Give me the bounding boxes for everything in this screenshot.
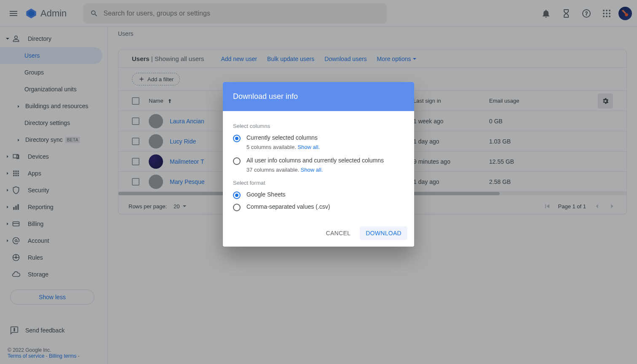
option-all-columns[interactable]: All user info columns and currently sele… — [233, 157, 404, 165]
all-columns-sub: 37 columns available. Show all. — [246, 167, 404, 173]
selected-columns-sub: 5 columns available. Show all. — [246, 144, 404, 150]
select-format-label: Select format — [233, 180, 404, 186]
cancel-button[interactable]: CANCEL — [320, 226, 357, 240]
modal-scrim[interactable]: Download user info Select columns Curren… — [0, 0, 637, 364]
radio-icon — [233, 204, 241, 211]
dialog-title: Download user info — [223, 82, 414, 111]
radio-icon — [233, 191, 241, 199]
show-all-link[interactable]: Show all. — [301, 167, 323, 173]
download-user-info-dialog: Download user info Select columns Curren… — [223, 82, 414, 247]
option-google-sheets[interactable]: Google Sheets — [233, 191, 404, 199]
select-columns-label: Select columns — [233, 123, 404, 129]
radio-icon — [233, 157, 241, 165]
option-selected-columns[interactable]: Currently selected columns — [233, 134, 404, 142]
radio-icon — [233, 135, 241, 142]
show-all-link[interactable]: Show all. — [297, 144, 320, 150]
download-button[interactable]: DOWNLOAD — [360, 226, 407, 240]
option-csv[interactable]: Comma-separated values (.csv) — [233, 203, 404, 211]
